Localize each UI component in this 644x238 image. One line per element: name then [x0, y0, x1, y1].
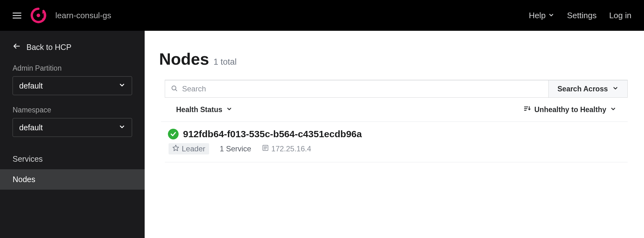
menu-icon[interactable]	[13, 11, 21, 20]
search-input[interactable]	[182, 84, 543, 93]
help-dropdown[interactable]: Help	[529, 11, 554, 20]
top-bar-right: Help Settings Log in	[529, 11, 631, 20]
main-content: Nodes 1 total Search Across Health Statu…	[145, 31, 644, 238]
namespace-label: Namespace	[0, 103, 145, 118]
top-bar-left: learn-consul-gs	[13, 7, 111, 24]
search-across-label: Search Across	[558, 85, 608, 93]
top-bar: learn-consul-gs Help Settings Log in	[0, 0, 644, 31]
svg-point-4	[42, 18, 44, 20]
star-icon	[172, 144, 179, 153]
status-healthy-icon	[168, 129, 179, 139]
search-icon	[171, 85, 178, 93]
search-toolbar: Search Across	[165, 80, 628, 98]
sidebar-item-nodes[interactable]: Nodes	[0, 169, 145, 190]
search-across-dropdown[interactable]: Search Across	[548, 80, 628, 98]
node-ip: 172.25.16.4	[271, 144, 311, 153]
search-wrapper	[165, 80, 548, 98]
consul-logo-icon[interactable]	[30, 7, 47, 24]
network-icon	[262, 144, 269, 153]
filter-bar: Health Status Unhealthy to Healthy	[161, 98, 628, 122]
svg-point-0	[36, 14, 40, 17]
page-subtitle: 1 total	[214, 57, 237, 67]
admin-partition-label: Admin Partition	[0, 61, 145, 76]
page-title: Nodes	[159, 50, 209, 68]
node-name: 912fdb64-f013-535c-b564-c4351ecdb96a	[183, 129, 362, 139]
node-row-header: 912fdb64-f013-535c-b564-c4351ecdb96a	[168, 129, 625, 139]
sort-dropdown[interactable]: Unhealthy to Healthy	[524, 105, 616, 114]
svg-line-7	[175, 89, 177, 91]
chevron-down-icon	[612, 85, 619, 93]
namespace-value: default	[19, 123, 43, 132]
admin-partition-select[interactable]: default	[13, 76, 132, 95]
sidebar: Back to HCP Admin Partition default Name…	[0, 31, 145, 238]
help-label: Help	[529, 11, 546, 20]
svg-marker-12	[173, 145, 179, 151]
cluster-name[interactable]: learn-consul-gs	[55, 11, 111, 20]
service-count: 1 Service	[220, 144, 251, 153]
chevron-down-icon	[119, 123, 125, 132]
sort-label: Unhealthy to Healthy	[534, 105, 606, 114]
svg-point-1	[42, 12, 44, 14]
admin-partition-value: default	[19, 81, 43, 90]
sort-icon	[524, 105, 530, 114]
chevron-down-icon	[610, 105, 616, 114]
settings-link[interactable]: Settings	[567, 11, 597, 20]
login-link[interactable]: Log in	[609, 11, 631, 20]
chevron-down-icon	[226, 105, 232, 114]
node-row[interactable]: 912fdb64-f013-535c-b564-c4351ecdb96a Lea…	[165, 122, 628, 162]
node-address: 172.25.16.4	[262, 144, 311, 153]
back-label: Back to HCP	[26, 43, 71, 52]
node-meta: Leader 1 Service 172.25.16.4	[169, 143, 625, 154]
arrow-left-icon	[13, 42, 21, 52]
health-status-label: Health Status	[176, 105, 222, 114]
namespace-select[interactable]: default	[13, 118, 132, 137]
chevron-down-icon	[119, 81, 125, 90]
leader-label: Leader	[182, 144, 205, 153]
svg-point-2	[43, 14, 45, 16]
page-header: Nodes 1 total	[159, 50, 628, 68]
leader-badge: Leader	[169, 143, 209, 154]
sidebar-item-services[interactable]: Services	[0, 149, 145, 169]
back-to-hcp-link[interactable]: Back to HCP	[0, 40, 145, 61]
chevron-down-icon	[548, 11, 554, 20]
health-status-filter[interactable]: Health Status	[176, 105, 232, 114]
svg-point-3	[43, 16, 45, 18]
